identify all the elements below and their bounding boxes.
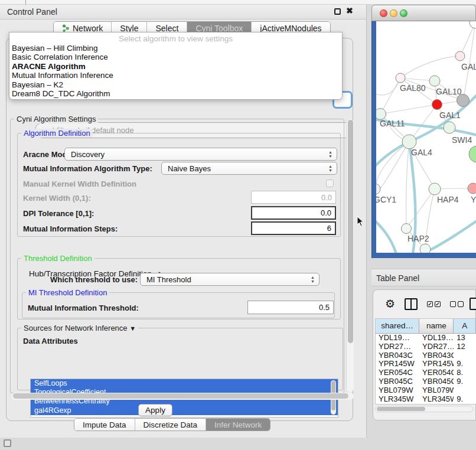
node-table: shared…nameA YDL19…YDL19…13YDR27…YDR27…1…	[375, 318, 476, 405]
document-icon[interactable]	[470, 298, 476, 310]
gear-icon[interactable]: ⚙	[385, 298, 395, 310]
kernel-width-value: 0.0	[321, 193, 332, 202]
network-node-hap2[interactable]	[402, 224, 412, 234]
kernel-width-field[interactable]: 0.0	[251, 191, 336, 204]
attribute-item[interactable]: SelfLoops	[31, 379, 338, 388]
columns-icon[interactable]	[405, 298, 418, 310]
node-label: HAP2	[407, 234, 429, 243]
tab-infer-network[interactable]: Infer Network	[206, 419, 270, 431]
network-node-gal1[interactable]	[432, 100, 442, 110]
network-canvas[interactable]: GALGAL80GAL10GAL1GAL11SWI4GAL4GCY1HAP4YH…	[376, 21, 476, 253]
network-node[interactable]	[420, 244, 431, 253]
float-panel-icon[interactable]	[334, 8, 341, 15]
table-cell: YBR045C	[419, 377, 454, 386]
network-node[interactable]	[469, 146, 476, 162]
settings-hscrollbar[interactable]	[11, 393, 354, 400]
collapsed-panel-icon[interactable]	[4, 439, 11, 447]
scrollbar-thumb[interactable]	[377, 407, 425, 411]
dropdown-item[interactable]: Dream8 DC_TDC Algorithm	[9, 89, 342, 98]
network-edge	[406, 142, 409, 229]
network-node-hap4[interactable]	[429, 183, 441, 195]
network-node-gal4[interactable]	[402, 135, 416, 149]
mi-algorithm-type-combo[interactable]: Naive Bayes ▲▼	[161, 162, 337, 175]
control-panel-titlebar: Control Panel ✖	[0, 5, 366, 19]
table-row[interactable]: YER054CYER054C8.	[376, 369, 476, 377]
table-cell	[454, 386, 476, 395]
network-node-gal[interactable]	[455, 51, 465, 61]
table-row[interactable]: YDL19…YDL19…13	[376, 334, 476, 343]
screen: Control Panel ✖ NetworkStyleSelectCyni T…	[0, 0, 476, 450]
table-cell: YBR043C	[376, 351, 419, 360]
table-row[interactable]: YBR043CYBR043C	[376, 351, 476, 360]
dropdown-item[interactable]: Basic Correlation Inference	[9, 53, 342, 61]
table-row[interactable]: YBL079WYBL079W	[376, 386, 476, 395]
zoom-traffic-light-icon[interactable]	[400, 9, 407, 17]
column-header[interactable]: name	[419, 319, 454, 334]
close-traffic-light-icon[interactable]	[380, 9, 387, 17]
attribute-item[interactable]: gal4RGexp	[31, 406, 338, 415]
table-row[interactable]: YIL052CYIL052C9	[376, 403, 476, 405]
group-title: MI Threshold Definition	[26, 288, 109, 297]
stepper-arrows-icon: ▲▼	[328, 148, 332, 160]
stepper-arrows-icon: ▲▼	[311, 273, 315, 285]
dropdown-item[interactable]: Mutual Information Inference	[9, 71, 342, 80]
dropdown-item[interactable]: Bayesian – Hill Climbing	[9, 44, 342, 53]
table-cell: YPR145W	[419, 360, 454, 369]
dpi-tolerance-field[interactable]: 0.0	[251, 206, 336, 220]
unchecked-pair-icon[interactable]	[450, 301, 464, 307]
mi-steps-field[interactable]: 6	[251, 221, 336, 235]
tab-discretize-data[interactable]: Discretize Data	[135, 419, 207, 431]
network-node[interactable]	[457, 94, 470, 107]
table-panel: ⚙ ✓✓ shared…nameA YDL19…YDL19…13YDR27…YD…	[373, 289, 476, 420]
table-hscrollbar[interactable]	[375, 406, 473, 412]
scrollbar-thumb[interactable]	[13, 393, 348, 399]
tab-impute-data[interactable]: Impute Data	[74, 419, 135, 431]
settings-scrollbar[interactable]	[346, 119, 354, 392]
table-cell: YDR27…	[419, 343, 454, 351]
network-node[interactable]	[470, 21, 476, 28]
table-cell: 13	[454, 334, 476, 343]
group-title: Cyni Algorithm Settings	[14, 115, 98, 123]
node-label: HAP4	[437, 195, 459, 204]
table-row[interactable]: YDR27…YDR27…12	[376, 343, 476, 351]
table-cell: YER054C	[376, 369, 419, 377]
table-cell: YBL079W	[376, 386, 419, 395]
table-row[interactable]: YPR145WYPR145W9.	[376, 360, 476, 369]
network-node-gal10[interactable]	[429, 76, 440, 86]
network-node-swi4[interactable]	[444, 122, 455, 133]
table-cell: YLR345W	[419, 395, 454, 404]
panel-title: Control Panel	[7, 7, 57, 17]
group-title: Sources for Network Inference ▼	[21, 324, 138, 332]
dropdown-item[interactable]: ARACNE Algorithm	[9, 62, 342, 71]
bottom-tabbar: Impute DataDiscretize DataInfer Network	[74, 418, 270, 431]
network-node-y[interactable]	[468, 183, 476, 194]
dpi-tolerance-value: 0.0	[321, 208, 331, 217]
table-cell: 12	[454, 343, 476, 351]
close-icon[interactable]: ✖	[346, 6, 353, 15]
network-window-titlebar[interactable]	[371, 5, 476, 21]
table-row[interactable]: YBR045CYBR045C9.	[376, 377, 476, 386]
scrollbar-thumb[interactable]	[348, 120, 353, 343]
column-header[interactable]: A	[454, 319, 476, 334]
aracne-mode-combo[interactable]: Discovery ▲▼	[64, 148, 337, 161]
table-row[interactable]: YLR345WYLR345W9.	[376, 395, 476, 404]
network-node-gal80[interactable]	[396, 73, 405, 83]
network-edge	[463, 22, 475, 100]
collapse-arrow-icon[interactable]: ▼	[129, 325, 136, 332]
checked-pair-icon[interactable]: ✓✓	[427, 301, 441, 307]
mi-threshold-field[interactable]: 0.5	[247, 301, 334, 314]
table-cell: 8.	[454, 369, 476, 377]
apply-button[interactable]: Apply	[138, 404, 172, 416]
network-icon	[62, 24, 70, 32]
manual-kernel-checkbox[interactable]	[326, 180, 334, 187]
dropdown-item[interactable]: Bayesian – K2	[9, 80, 342, 89]
which-threshold-combo[interactable]: MI Threshold ▲▼	[140, 273, 319, 286]
network-edge	[400, 56, 460, 78]
network-node-gal11[interactable]	[376, 109, 386, 120]
network-window-frame: GALGAL80GAL10GAL1GAL11SWI4GAL4GCY1HAP4YH…	[371, 21, 476, 258]
network-node-gcy1[interactable]	[376, 184, 380, 194]
kernel-width-label: Kernel Width (0,1):	[23, 194, 91, 203]
network-edge-thick	[376, 215, 396, 253]
minimize-traffic-light-icon[interactable]	[390, 9, 397, 17]
column-header[interactable]: shared…	[376, 319, 419, 334]
